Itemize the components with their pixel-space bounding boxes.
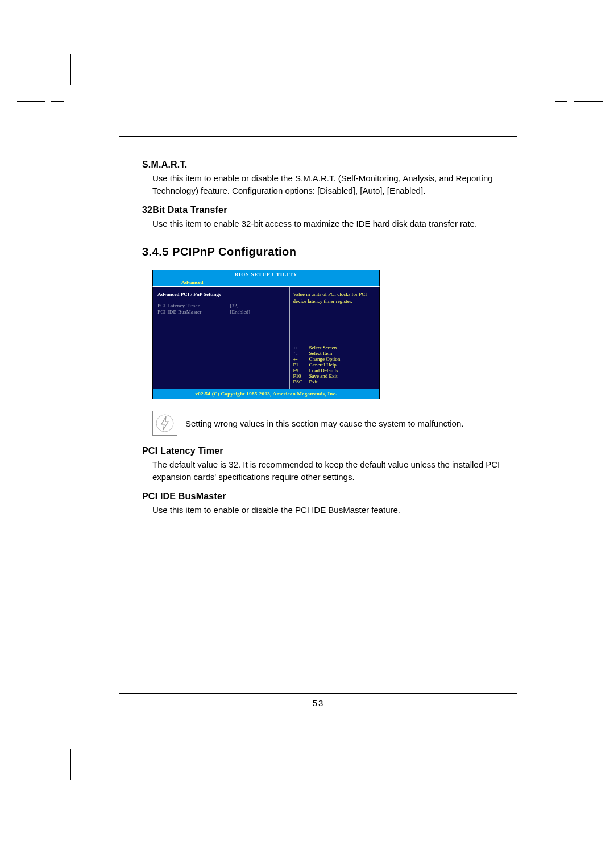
bios-help-text: Value in units of PCI clocks for PCI dev… xyxy=(293,291,376,304)
bios-key-row: ↑↓Select Item xyxy=(293,350,376,356)
bios-key: +- xyxy=(293,356,309,362)
bios-key: ↔ xyxy=(293,345,309,350)
bios-key: F1 xyxy=(293,362,309,368)
bios-title: BIOS SETUP UTILITY xyxy=(152,270,380,278)
heading-smart: S.M.A.R.T. xyxy=(142,160,517,170)
bios-key-desc: Save and Exit xyxy=(309,373,338,379)
bios-setting-row: PCI Latency Timer [32] xyxy=(157,303,286,308)
text-smart: Use this item to enable or disable the S… xyxy=(152,172,517,197)
bios-key-legend: ↔Select Screen ↑↓Select Item +-Change Op… xyxy=(293,345,376,385)
heading-pci-ide: PCI IDE BusMaster xyxy=(142,491,517,502)
warning-row: Setting wrong values in this section may… xyxy=(152,411,517,436)
bios-setting-label: PCI IDE BusMaster xyxy=(157,309,230,315)
bios-left-panel: Advanced PCI / PnP Settings PCI Latency … xyxy=(153,287,290,389)
bios-setting-label: PCI Latency Timer xyxy=(157,303,230,308)
bios-key-desc: Select Item xyxy=(309,350,333,356)
bios-key-desc: Change Option xyxy=(309,356,341,362)
warning-text: Setting wrong values in this section may… xyxy=(185,418,463,429)
heading-32bit: 32Bit Data Transfer xyxy=(142,205,517,215)
bios-body: Advanced PCI / PnP Settings PCI Latency … xyxy=(152,286,380,389)
bios-key-row: ESCExit xyxy=(293,379,376,385)
text-32bit: Use this item to enable 32-bit access to… xyxy=(152,218,517,230)
bios-key-desc: Exit xyxy=(309,379,318,385)
text-pci-ide: Use this item to enable or disable the P… xyxy=(152,504,517,516)
bios-key-row: ↔Select Screen xyxy=(293,345,376,350)
bios-key-desc: Load Defaults xyxy=(309,368,338,373)
bios-key: F9 xyxy=(293,368,309,373)
page-content: S.M.A.R.T. Use this item to enable or di… xyxy=(119,136,517,524)
warning-icon xyxy=(152,411,177,436)
bios-key-row: F1General Help xyxy=(293,362,376,368)
bios-key-row: F9Load Defaults xyxy=(293,368,376,373)
bios-key: ESC xyxy=(293,379,309,385)
bios-setting-row: PCI IDE BusMaster [Enabled] xyxy=(157,309,286,315)
bios-key-desc: Select Screen xyxy=(309,345,337,350)
bios-tab-advanced: Advanced xyxy=(181,279,204,285)
bios-right-panel: Value in units of PCI clocks for PCI dev… xyxy=(290,287,379,389)
bios-footer: v02.54 (C) Copyright 1985-2003, American… xyxy=(152,389,380,399)
bios-key-row: F10Save and Exit xyxy=(293,373,376,379)
lightning-icon xyxy=(155,414,175,433)
page-number: 53 xyxy=(119,693,517,708)
svg-point-0 xyxy=(156,415,173,432)
bios-screenshot: BIOS SETUP UTILITY Advanced Advanced PCI… xyxy=(152,270,380,399)
bios-setting-value: [32] xyxy=(230,303,285,308)
bios-key: F10 xyxy=(293,373,309,379)
bios-key: ↑↓ xyxy=(293,350,309,356)
bios-tab-bar: Advanced xyxy=(152,278,380,286)
bios-key-row: +-Change Option xyxy=(293,356,376,362)
bios-key-desc: General Help xyxy=(309,362,337,368)
text-pci-latency: The default value is 32. It is recommend… xyxy=(152,458,517,483)
chapter-heading: 3.4.5 PCIPnP Configuration xyxy=(142,245,517,258)
bios-panel-title: Advanced PCI / PnP Settings xyxy=(157,291,286,297)
bios-setting-value: [Enabled] xyxy=(230,309,285,315)
heading-pci-latency: PCI Latency Timer xyxy=(142,446,517,456)
